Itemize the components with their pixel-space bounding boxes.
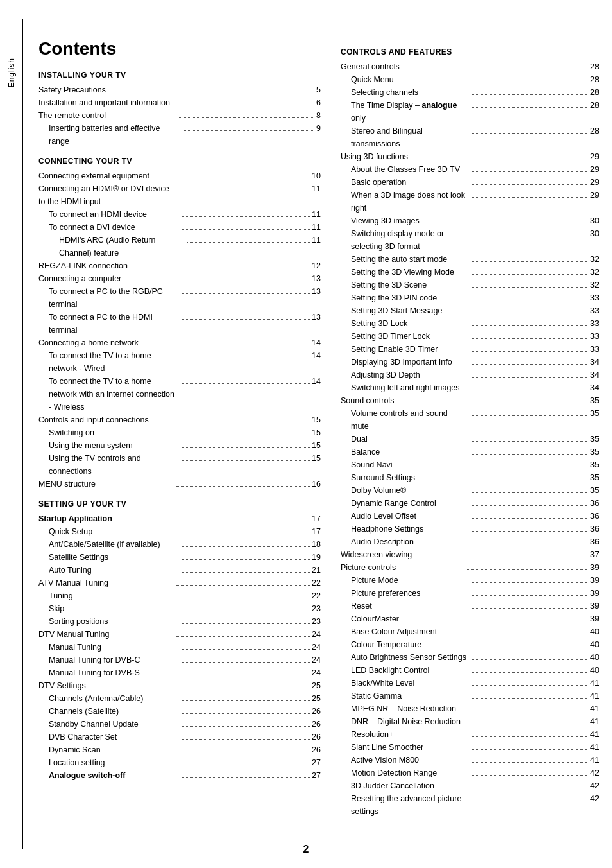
toc-title: HDMI's ARC (Audio Return Channel) featur… [38,234,185,259]
toc-page-num: 5 [316,83,321,96]
toc-dots [182,726,310,727]
toc-page-num: 34 [590,381,599,394]
toc-page-num: 35 [590,433,599,446]
toc-page-num: 29 [590,150,599,163]
toc-entry: Switching on15 [38,426,321,439]
toc-dots [182,546,310,547]
toc-title: Dynamic Range Control [341,497,470,510]
toc-entry: Quick Menu28 [341,73,599,86]
main-content: Contents INSTALLING YOUR TVSafety Precau… [23,19,612,849]
toc-page-num: 39 [590,587,599,600]
toc-entry: MPEG NR – Noise Reduction41 [341,702,599,715]
right-sections: CONTROLS AND FEATURESGeneral controls28Q… [341,48,599,818]
toc-entry: MENU structure16 [38,478,321,490]
toc-page-num: 15 [312,413,321,426]
toc-title: Manual Tuning for DVB-C [38,654,180,666]
toc-page-num: 11 [312,234,321,247]
toc-title: DTV Settings [38,679,174,692]
toc-dots [182,460,310,461]
toc-page-num: 22 [312,589,321,602]
toc-page-num: 10 [312,169,321,182]
toc-dots [472,313,589,313]
toc-entry: Sorting positions23 [38,615,321,628]
toc-title: To connect a PC to the RGB/PC terminal [38,285,180,311]
toc-entry: Surround Settings35 [341,471,599,484]
toc-dots [182,319,310,320]
toc-entry: Setting 3D Lock33 [341,317,599,330]
toc-title: Manual Tuning [38,641,180,654]
toc-entry: Sound Navi35 [341,458,599,471]
toc-entry: Setting Enable 3D Timer33 [341,343,599,356]
toc-page-num: 36 [590,523,599,535]
toc-entry: Setting 3D Timer Lock33 [341,330,599,343]
toc-dots [472,749,589,750]
toc-dots [472,634,589,634]
toc-dots [184,130,315,131]
toc-title: ColourMaster [341,612,470,625]
toc-dots [176,521,310,521]
toc-page-num: 36 [590,510,599,523]
toc-dots [472,659,589,660]
toc-page-num: 42 [590,779,599,792]
toc-page-num: 25 [312,679,321,692]
toc-entry: DTV Settings25 [38,679,321,692]
toc-dots [182,700,310,701]
toc-entry: Active Vision M80041 [341,754,599,767]
toc-page-num: 17 [312,525,321,538]
toc-title: Colour Temperature [341,638,470,651]
toc-entry: Tuning22 [38,589,321,602]
toc-dots [472,724,589,724]
toc-page-num: 27 [312,756,321,769]
right-column: CONTROLS AND FEATURESGeneral controls28Q… [334,39,599,829]
toc-dots [472,82,589,82]
toc-dots [472,480,589,480]
toc-entry: Dynamic Range Control36 [341,497,599,510]
toc-entry: Using the TV controls and connections15 [38,452,321,478]
toc-title: Quick Setup [38,525,180,538]
toc-dots [472,184,589,185]
toc-page-num: 25 [312,692,321,705]
toc-page-num: 23 [312,602,321,615]
toc-page-num: 8 [316,109,321,122]
toc-entry: Connecting a computer13 [38,272,321,285]
toc-dots [472,107,589,108]
toc-title: Setting 3D Lock [341,317,470,330]
toc-page-num: 24 [312,641,321,654]
toc-title: Safety Precautions [38,83,177,96]
toc-page-num: 35 [590,446,599,458]
toc-entry: Viewing 3D images30 [341,214,599,227]
toc-entry: Safety Precautions5 [38,83,321,96]
toc-page-num: 14 [312,349,321,362]
toc-title: Setting the auto start mode [341,253,470,266]
toc-title: DVB Character Set [38,731,180,743]
toc-entry: Installation and important information6 [38,96,321,109]
toc-dots [182,662,310,663]
toc-entry: Using the menu system15 [38,439,321,452]
toc-dots [182,765,310,765]
toc-page-num: 28 [590,73,599,86]
toc-title: About the Glasses Free 3D TV [341,163,470,176]
toc-entry: When a 3D image does not look right29 [341,189,599,214]
toc-title: Picture Mode [341,574,470,587]
toc-page-num: 41 [590,728,599,741]
toc-entry: About the Glasses Free 3D TV29 [341,163,599,176]
toc-page-num: 41 [590,741,599,754]
toc-page-num: 39 [590,561,599,574]
toc-entry: Setting 3D Start Message33 [341,304,599,317]
toc-title: Standby Channel Update [38,718,180,731]
toc-page-num: 36 [590,535,599,548]
toc-entry: Setting the 3D Scene32 [341,279,599,291]
toc-title: Channels (Antenna/Cable) [38,692,180,705]
toc-dots [472,441,589,442]
toc-title: Headphone Settings [341,523,470,535]
toc-page-num: 29 [590,163,599,176]
toc-title: Widescreen viewing [341,548,465,561]
toc-title: To connect the TV to a home network with… [38,375,180,413]
toc-page-num: 21 [312,564,321,577]
toc-page-num: 33 [590,291,599,304]
toc-title: Audio Description [341,535,470,548]
toc-entry: Connecting a home network14 [38,336,321,349]
toc-dots [176,345,310,345]
toc-entry: To connect the TV to a home network - Wi… [38,349,321,375]
toc-entry: 3D Judder Cancellation42 [341,779,599,792]
